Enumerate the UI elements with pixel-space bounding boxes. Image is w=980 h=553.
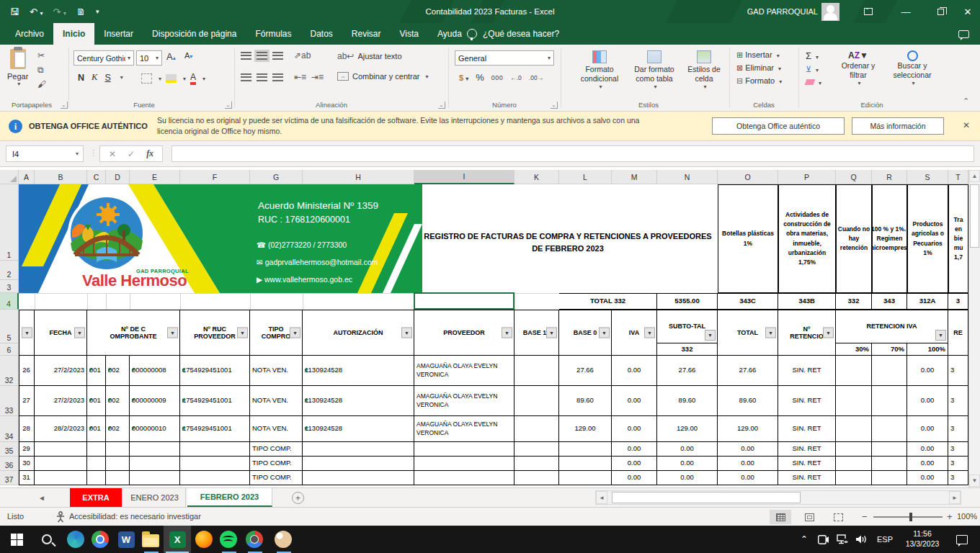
align-top-icon[interactable]: [241, 52, 251, 60]
ribbon-tab-datos[interactable]: Datos: [300, 23, 342, 45]
cell-P32[interactable]: SIN. RET: [778, 356, 836, 386]
cell-R37[interactable]: [872, 471, 907, 485]
filter-button[interactable]: ▼: [599, 327, 610, 338]
cell-T35[interactable]: 3: [948, 442, 968, 457]
cell-R32[interactable]: [872, 356, 907, 386]
cell-T4[interactable]: 3: [948, 293, 968, 310]
minimize-button[interactable]: —: [894, 0, 918, 23]
filter-button[interactable]: ▼: [401, 327, 412, 338]
cell-N4[interactable]: 5355.00: [657, 293, 718, 310]
align-bottom-icon[interactable]: [272, 52, 283, 60]
tax-header-T[interactable]: Tra en bie mu 1,7: [948, 184, 968, 293]
formula-input[interactable]: [172, 145, 974, 162]
cell-H36[interactable]: [303, 457, 414, 471]
cell-K36[interactable]: [514, 457, 559, 471]
scroll-up-icon[interactable]: ▲: [969, 170, 980, 182]
cell-O35[interactable]: 0.00: [718, 442, 778, 457]
cell-E36[interactable]: [130, 457, 180, 471]
column-header-H[interactable]: H: [303, 170, 414, 184]
accessibility-status[interactable]: Accesibilidad: es necesario investigar: [69, 512, 201, 521]
filter-button[interactable]: ▼: [22, 327, 32, 338]
chrome-profile-icon[interactable]: [245, 530, 264, 549]
excel-icon[interactable]: X: [168, 530, 187, 549]
network-icon[interactable]: [834, 526, 850, 553]
save-icon[interactable]: 🖫: [10, 6, 19, 17]
alignment-dialog-launcher[interactable]: ⌄: [438, 102, 445, 109]
cell-C34[interactable]: 001: [87, 416, 106, 442]
cell-S4[interactable]: 312A: [907, 293, 948, 310]
column-header-C[interactable]: C: [87, 170, 106, 184]
align-left-icon[interactable]: [241, 73, 251, 81]
underline-dropdown[interactable]: ▾: [120, 74, 123, 81]
cell-G36[interactable]: TIPO COMP.: [250, 457, 303, 471]
tax-header-Q[interactable]: Cuando no hay retención: [836, 184, 872, 293]
cell-D34[interactable]: 002: [106, 416, 130, 442]
copy-icon[interactable]: ⧉: [37, 65, 46, 75]
column-header-R[interactable]: R: [872, 170, 907, 184]
filter-button[interactable]: ▼: [705, 330, 716, 341]
column-header-D[interactable]: D: [106, 170, 130, 184]
cell-N36[interactable]: 0.00: [657, 457, 718, 471]
page-layout-view-button[interactable]: [798, 510, 820, 524]
cell-O4[interactable]: 343C: [718, 293, 778, 310]
increase-indent-icon[interactable]: ⇥≡: [311, 72, 324, 82]
normal-view-button[interactable]: [770, 510, 791, 524]
cell-A37[interactable]: 31: [19, 471, 35, 485]
filter-button[interactable]: ▼: [546, 327, 557, 338]
cell-M36[interactable]: 0.00: [612, 457, 657, 471]
zoom-out-icon[interactable]: −: [862, 511, 868, 522]
column-header-F[interactable]: F: [180, 170, 250, 184]
share-comment-icon[interactable]: [958, 23, 969, 45]
sheet-tab-enero-2023[interactable]: ENERO 2023: [124, 488, 186, 507]
more-info-button[interactable]: Más información: [852, 117, 944, 135]
ribbon-tab-insertar[interactable]: Insertar: [94, 23, 143, 45]
cell-T37[interactable]: 3: [948, 471, 968, 485]
cell-N34[interactable]: 129.00: [657, 416, 718, 442]
cell-A32[interactable]: 26: [19, 356, 35, 386]
cell-F33[interactable]: 1754929451001: [180, 386, 250, 416]
font-name-combo[interactable]: Century Gothic▾: [74, 50, 134, 66]
filter-button[interactable]: ▼: [935, 330, 946, 341]
header-B5[interactable]: FECHA▼: [35, 310, 87, 356]
cell-P4[interactable]: 343B: [778, 293, 836, 310]
row-header-1[interactable]: 1: [0, 184, 19, 261]
cell-L36[interactable]: [559, 457, 612, 471]
new-sheet-button[interactable]: +: [292, 492, 304, 504]
filter-button[interactable]: ▼: [237, 327, 248, 338]
cell-C35[interactable]: [87, 442, 106, 457]
column-header-M[interactable]: M: [612, 170, 657, 184]
cell-N35[interactable]: 0.00: [657, 442, 718, 457]
cell-C32[interactable]: 001: [87, 356, 106, 386]
sheet-nav-left-icon[interactable]: ◄: [35, 488, 49, 508]
cell-C36[interactable]: [87, 457, 106, 471]
cell-G33[interactable]: NOTA VEN.: [250, 386, 303, 416]
cell-I36[interactable]: [414, 457, 514, 471]
cell-D33[interactable]: 002: [106, 386, 130, 416]
cell-S34[interactable]: 0.00: [907, 416, 948, 442]
cell-K32[interactable]: [514, 356, 559, 386]
borders-icon[interactable]: [141, 73, 152, 84]
comma-style-icon[interactable]: 000: [491, 74, 504, 81]
cell-A34[interactable]: 28: [19, 416, 35, 442]
zoom-in-icon[interactable]: +: [947, 511, 953, 522]
cell-K34[interactable]: [514, 416, 559, 442]
cell-D32[interactable]: 002: [106, 356, 130, 386]
column-header-L[interactable]: L: [559, 170, 612, 184]
cell-K35[interactable]: [514, 442, 559, 457]
select-all-corner[interactable]: [0, 170, 19, 184]
font-color-icon[interactable]: A: [190, 72, 196, 85]
subheader-S6[interactable]: 100%: [907, 343, 948, 356]
cell-L4-total[interactable]: TOTAL 332: [559, 293, 657, 310]
ribbon-tab-disposici-n-de-p-gina[interactable]: Disposición de página: [143, 23, 246, 45]
edge-icon[interactable]: [66, 530, 85, 549]
cell-H32[interactable]: 1130924528: [303, 356, 414, 386]
shrink-font-icon[interactable]: A▾: [184, 51, 192, 60]
cell-A35[interactable]: 29: [19, 442, 35, 457]
filter-button[interactable]: ▼: [290, 327, 300, 338]
column-header-A[interactable]: A: [19, 170, 35, 184]
vertical-scroll-thumb[interactable]: [970, 184, 979, 248]
cell-R33[interactable]: [872, 386, 907, 416]
row-header-3[interactable]: 3: [0, 280, 19, 293]
header-L5[interactable]: BASE 0▼: [559, 310, 612, 356]
horizontal-scroll-thumb[interactable]: [612, 492, 801, 503]
